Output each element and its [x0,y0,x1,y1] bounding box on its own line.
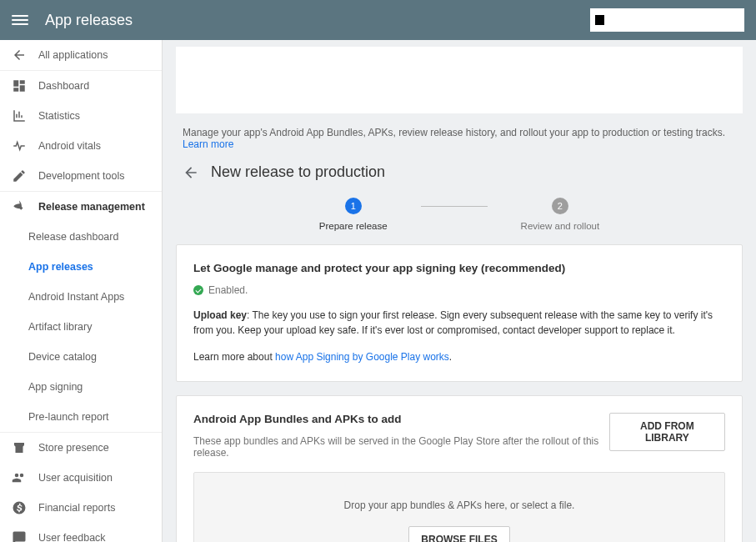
sidebar-item-label: Android Instant Apps [28,291,124,303]
search-swatch-icon [595,15,604,25]
sidebar-item-label: Pre-launch report [28,411,109,423]
upload-key-text: Upload key: The key you use to sign your… [193,308,725,338]
feedback-icon [12,530,27,542]
sidebar-item-label: Artifact library [28,321,92,333]
sidebar-item-label: Financial reports [38,502,115,514]
browse-files-button[interactable]: BROWSE FILES [408,526,509,542]
sidebar-item-financial-reports[interactable]: Financial reports [0,493,162,523]
sidebar-item-user-feedback[interactable]: User feedback [0,523,162,542]
sidebar-item-release-dashboard[interactable]: Release dashboard [0,222,162,252]
topbar-search[interactable] [590,8,744,32]
learn-more-row: Learn more about how App Signing by Goog… [193,349,725,364]
rocket-icon [12,199,27,214]
step-2-circle: 2 [552,198,568,214]
back-arrow-icon[interactable] [183,164,199,181]
sidebar-item-user-acquisition[interactable]: User acquisition [0,463,162,493]
card-title: Android App Bundles and APKs to add [193,413,609,425]
sidebar-item-label: Release management [38,201,145,213]
menu-icon[interactable] [12,12,28,28]
sidebar-item-instant-apps[interactable]: Android Instant Apps [0,282,162,312]
step-review-rollout[interactable]: 2 Review and rollout [521,198,600,231]
intro-text: Manage your app's Android App Bundles, A… [183,127,725,138]
sidebar-item-label: Android vitals [38,140,101,152]
page-title: New release to production [211,163,385,181]
app-signing-learn-link[interactable]: how App Signing by Google Play works [275,351,449,363]
dropzone[interactable]: Drop your app bundles & APKs here, or se… [193,472,725,542]
sidebar-item-store-presence[interactable]: Store presence [0,433,162,463]
top-banner [176,47,743,113]
sidebar-item-development-tools[interactable]: Development tools [0,161,162,191]
sidebar-item-label: User feedback [38,532,106,542]
add-from-library-button[interactable]: ADD FROM LIBRARY [609,413,725,451]
check-icon [193,285,203,295]
store-icon [12,440,27,455]
sidebar-item-label: App releases [28,261,93,273]
upload-key-desc: : The key you use to sign your first rel… [193,309,713,336]
arrow-back-icon [12,48,27,63]
learn-more-link[interactable]: Learn more [183,138,233,150]
card-title: Let Google manage and protect your app s… [193,262,725,274]
dropzone-text: Drop your app bundles & APKs here, or se… [211,499,708,511]
sidebar-item-label: Statistics [38,110,80,122]
step-2-label: Review and rollout [521,221,600,231]
sidebar-item-release-management[interactable]: Release management [0,192,162,222]
learn-prefix: Learn more about [193,351,275,363]
page-header: New release to production [176,150,743,198]
upload-card: Android App Bundles and APKs to add Thes… [176,395,743,542]
enabled-label: Enabled. [208,284,248,296]
dashboard-icon [12,78,27,93]
sidebar-item-android-vitals[interactable]: Android vitals [0,131,162,161]
users-icon [12,470,27,485]
sidebar-item-label: Store presence [38,442,109,454]
topbar: App releases [0,0,756,40]
sidebar-item-label: Dashboard [38,80,89,92]
sidebar-item-label: User acquisition [38,472,113,484]
step-1-label: Prepare release [319,221,388,231]
sidebar-item-device-catalog[interactable]: Device catalog [0,342,162,372]
upload-sub-text: These app bundles and APKs will be serve… [193,435,609,459]
step-1-circle: 1 [345,198,362,214]
dollar-icon [12,500,27,515]
enabled-row: Enabled. [193,284,725,296]
vitals-icon [12,138,27,153]
tools-icon [12,168,27,183]
sidebar-item-statistics[interactable]: Statistics [0,101,162,131]
sidebar-item-prelaunch-report[interactable]: Pre-launch report [0,402,162,432]
search-input[interactable] [608,13,739,27]
sidebar-item-app-releases[interactable]: App releases [0,252,162,282]
topbar-title: App releases [45,12,133,29]
step-prepare-release[interactable]: 1 Prepare release [319,198,388,231]
sidebar-item-artifact-library[interactable]: Artifact library [0,312,162,342]
sidebar: All applications Dashboard Statistics [0,40,163,542]
sidebar-item-label: Device catalog [28,351,97,363]
main-content: Manage your app's Android App Bundles, A… [163,40,756,542]
stepper: 1 Prepare release 2 Review and rollout [176,198,743,231]
intro-block: Manage your app's Android App Bundles, A… [176,120,743,150]
sidebar-item-label: App signing [28,381,83,393]
sidebar-item-label: Release dashboard [28,231,118,243]
statistics-icon [12,108,27,123]
step-connector [421,206,488,207]
sidebar-item-dashboard[interactable]: Dashboard [0,71,162,101]
upload-key-label: Upload key [193,309,247,321]
sidebar-item-label: Development tools [38,170,125,182]
sidebar-item-app-signing[interactable]: App signing [0,372,162,402]
app-signing-card: Let Google manage and protect your app s… [176,244,743,382]
sidebar-item-label: All applications [38,49,108,61]
sidebar-item-all-applications[interactable]: All applications [0,40,162,70]
